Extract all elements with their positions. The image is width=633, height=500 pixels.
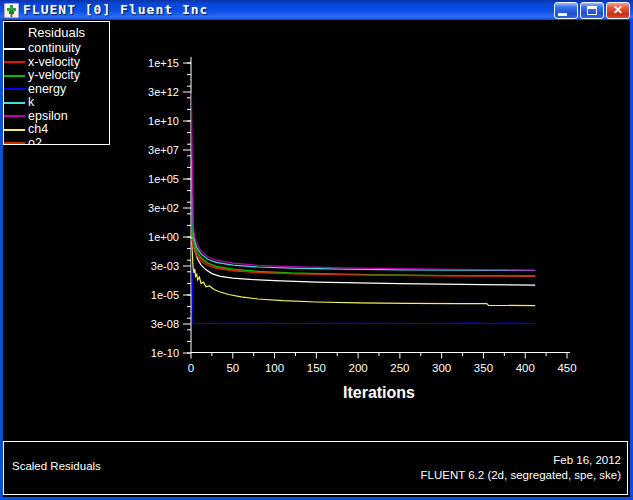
legend-item-label: ch4 bbox=[28, 123, 48, 136]
legend-item-energy: energy bbox=[4, 83, 109, 97]
y-tick-label: 3e+02 bbox=[148, 202, 179, 214]
date-label: Feb 16, 2012 bbox=[421, 453, 622, 468]
fluent-logo-icon bbox=[4, 3, 19, 18]
legend-swatch-icon bbox=[4, 129, 25, 131]
plot-legend: Residuals continuityx-velocityy-velocity… bbox=[3, 21, 110, 145]
x-tick-label: 50 bbox=[226, 362, 239, 374]
plot-caption: Scaled Residuals bbox=[12, 460, 101, 472]
minimize-button[interactable] bbox=[554, 2, 578, 19]
graphics-area: 1e+153e+121e+103e+071e+053e+021e+003e-03… bbox=[3, 20, 630, 497]
y-tick-label: 1e-05 bbox=[151, 289, 179, 301]
legend-items: continuityx-velocityy-velocityenergykeps… bbox=[4, 42, 109, 145]
fluent-window: FLUENT [0] Fluent Inc ✕ 1e+153e+121e+103… bbox=[0, 0, 633, 500]
status-box: Scaled Residuals Feb 16, 2012 FLUENT 6.2… bbox=[3, 441, 628, 495]
x-tick-label: 200 bbox=[349, 362, 368, 374]
x-tick-label: 450 bbox=[557, 362, 576, 374]
legend-swatch-icon bbox=[4, 88, 25, 90]
legend-item-o2: o2 bbox=[4, 137, 109, 146]
maximize-icon bbox=[587, 6, 597, 15]
close-button[interactable]: ✕ bbox=[606, 2, 630, 19]
residual-curve-continuity bbox=[191, 237, 535, 285]
x-tick-label: 250 bbox=[390, 362, 409, 374]
legend-swatch-icon bbox=[4, 48, 25, 50]
residual-curve-epsilon bbox=[191, 93, 535, 270]
x-axis-title: Iterations bbox=[343, 384, 415, 401]
legend-item-x-velocity: x-velocity bbox=[4, 56, 109, 70]
x-tick-label: 400 bbox=[516, 362, 535, 374]
y-tick-label: 1e+10 bbox=[148, 115, 179, 127]
y-tick-label: 1e+00 bbox=[148, 231, 179, 243]
legend-swatch-icon bbox=[4, 115, 25, 117]
legend-item-label: k bbox=[28, 96, 34, 109]
y-tick-label: 3e-08 bbox=[151, 318, 179, 330]
residual-curve-k bbox=[191, 155, 535, 271]
legend-item-k: k bbox=[4, 96, 109, 110]
legend-item-label: y-velocity bbox=[28, 69, 80, 82]
legend-item-epsilon: epsilon bbox=[4, 110, 109, 124]
y-tick-label: 1e+15 bbox=[148, 57, 179, 69]
legend-item-label: continuity bbox=[28, 42, 81, 55]
y-tick-label: 3e+12 bbox=[148, 86, 179, 98]
legend-swatch-icon bbox=[4, 142, 25, 144]
y-tick-label: 1e-10 bbox=[151, 347, 179, 359]
legend-swatch-icon bbox=[4, 102, 25, 104]
legend-item-continuity: continuity bbox=[4, 42, 109, 56]
legend-item-label: x-velocity bbox=[28, 56, 80, 69]
version-label: FLUENT 6.2 (2d, segregated, spe, ske) bbox=[421, 468, 622, 483]
window-title: FLUENT [0] Fluent Inc bbox=[23, 0, 554, 20]
x-tick-label: 0 bbox=[188, 362, 194, 374]
x-tick-label: 300 bbox=[432, 362, 451, 374]
y-tick-label: 1e+05 bbox=[148, 173, 179, 185]
minimize-icon bbox=[558, 13, 567, 16]
x-tick-label: 100 bbox=[265, 362, 284, 374]
legend-item-label: epsilon bbox=[28, 110, 68, 123]
solver-info: Feb 16, 2012 FLUENT 6.2 (2d, segregated,… bbox=[421, 453, 622, 483]
x-tick-label: 150 bbox=[307, 362, 326, 374]
legend-swatch-icon bbox=[4, 61, 25, 63]
title-bar[interactable]: FLUENT [0] Fluent Inc ✕ bbox=[0, 0, 633, 20]
legend-swatch-icon bbox=[4, 75, 25, 77]
legend-item-label: energy bbox=[28, 83, 66, 96]
legend-item-label: o2 bbox=[28, 137, 42, 145]
maximize-button[interactable] bbox=[580, 2, 604, 19]
legend-item-ch4: ch4 bbox=[4, 123, 109, 137]
x-tick-label: 350 bbox=[474, 362, 493, 374]
legend-item-y-velocity: y-velocity bbox=[4, 69, 109, 83]
y-tick-label: 3e+07 bbox=[148, 144, 179, 156]
close-icon: ✕ bbox=[613, 3, 623, 18]
y-tick-label: 3e-03 bbox=[151, 260, 179, 272]
legend-title: Residuals bbox=[4, 26, 109, 39]
